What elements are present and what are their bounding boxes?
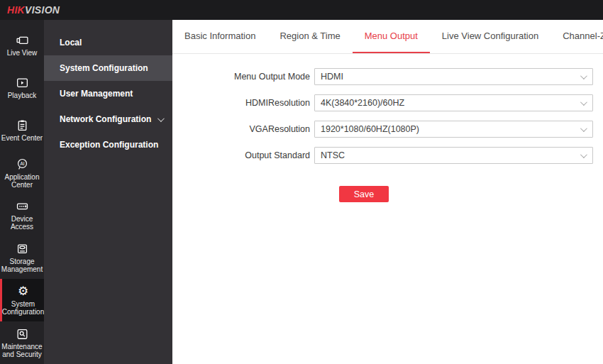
event-center-icon bbox=[16, 118, 29, 132]
vga-resolution-select[interactable]: 1920*1080/60HZ(1080P) bbox=[314, 121, 593, 138]
menu-item-network-configuration[interactable]: Network Configuration bbox=[44, 106, 172, 132]
save-button[interactable]: Save bbox=[339, 186, 389, 202]
main-content: Basic Information Region & Time Menu Out… bbox=[172, 20, 603, 364]
menu-item-label: Network Configuration bbox=[60, 114, 151, 124]
menu-output-mode-select[interactable]: HDMI bbox=[314, 68, 593, 85]
logo-vision-text: VISION bbox=[25, 4, 60, 16]
secondary-sidebar: Local System Configuration User Manageme… bbox=[44, 20, 172, 364]
menu-item-label: Exception Configuration bbox=[60, 140, 158, 150]
logo-hik-text: HIK bbox=[7, 4, 25, 16]
sidebar-item-live-view[interactable]: Live View bbox=[0, 24, 44, 67]
device-access-icon bbox=[16, 199, 29, 213]
hdmi-resolution-select[interactable]: 4K(3840*2160)/60HZ bbox=[314, 94, 593, 111]
sidebar-item-device-access[interactable]: Device Access bbox=[0, 194, 44, 237]
sidebar-item-label: Playback bbox=[1, 92, 43, 99]
sidebar-item-label: Maintenance and Security bbox=[1, 343, 43, 358]
form-row: Output Standard NTSC bbox=[172, 147, 603, 164]
form-row: HDMIResolution 4K(3840*2160)/60HZ bbox=[172, 94, 603, 111]
tab-channel-zero[interactable]: Channel-Zero bbox=[551, 20, 603, 53]
tab-live-view-configuration[interactable]: Live View Configuration bbox=[430, 20, 551, 53]
sidebar-item-label: Device Access bbox=[1, 215, 43, 231]
menu-item-label: Local bbox=[60, 38, 82, 48]
tab-region-time[interactable]: Region & Time bbox=[267, 20, 352, 53]
chevron-down-icon bbox=[157, 115, 165, 122]
playback-icon bbox=[16, 76, 29, 89]
sidebar-item-label: Event Center bbox=[1, 134, 43, 142]
sidebar-item-storage-management[interactable]: Storage Management bbox=[0, 236, 44, 279]
sidebar-item-event-center[interactable]: Event Center bbox=[0, 109, 44, 152]
svg-text:AI: AI bbox=[20, 160, 24, 165]
form-row: Menu Output Mode HDMI bbox=[172, 68, 603, 85]
tab-menu-output[interactable]: Menu Output bbox=[353, 20, 430, 53]
sidebar-item-system-configuration[interactable]: ⚙ System Configuration bbox=[0, 279, 44, 321]
chevron-down-icon bbox=[580, 72, 587, 79]
sidebar-item-application-center[interactable]: AI Application Center bbox=[0, 152, 44, 194]
output-standard-label: Output Standard bbox=[172, 150, 310, 160]
selected-value: 4K(3840*2160)/60HZ bbox=[321, 98, 580, 108]
application-center-icon: AI bbox=[16, 158, 29, 171]
maintenance-security-icon bbox=[16, 327, 29, 341]
selected-value: NTSC bbox=[321, 150, 580, 160]
menu-output-form: Menu Output Mode HDMI HDMIResolution 4K(… bbox=[172, 68, 603, 202]
sidebar-item-playback[interactable]: Playback bbox=[0, 67, 44, 109]
hdmi-resolution-label: HDMIResolution bbox=[172, 98, 310, 108]
menu-item-system-configuration[interactable]: System Configuration bbox=[44, 55, 172, 81]
menu-item-user-management[interactable]: User Management bbox=[44, 81, 172, 106]
menu-output-mode-label: Menu Output Mode bbox=[172, 72, 310, 82]
vga-resolution-label: VGAResolution bbox=[172, 124, 310, 134]
sidebar-item-label: Live View bbox=[1, 49, 43, 57]
chevron-down-icon bbox=[580, 151, 587, 158]
gear-icon: ⚙ bbox=[18, 285, 28, 298]
primary-sidebar: Live View Playback Event Center AI bbox=[0, 20, 44, 364]
hikvision-logo: HIKVISION bbox=[7, 4, 60, 16]
menu-item-local[interactable]: Local bbox=[44, 30, 172, 55]
chevron-down-icon bbox=[580, 125, 587, 132]
top-bar: HIKVISION bbox=[0, 0, 603, 20]
menu-item-exception-configuration[interactable]: Exception Configuration bbox=[44, 132, 172, 158]
live-view-icon bbox=[16, 33, 29, 47]
tab-basic-information[interactable]: Basic Information bbox=[172, 20, 267, 53]
storage-management-icon bbox=[16, 242, 29, 255]
menu-item-label: System Configuration bbox=[60, 63, 148, 73]
form-row: VGAResolution 1920*1080/60HZ(1080P) bbox=[172, 121, 603, 138]
menu-item-label: User Management bbox=[60, 89, 133, 99]
sidebar-item-label: Storage Management bbox=[1, 258, 43, 273]
selected-value: HDMI bbox=[321, 72, 580, 82]
sidebar-item-label: Application Center bbox=[1, 173, 43, 189]
sidebar-item-maintenance-and-security[interactable]: Maintenance and Security bbox=[0, 321, 44, 364]
output-standard-select[interactable]: NTSC bbox=[314, 147, 593, 164]
chevron-down-icon bbox=[580, 99, 587, 106]
selected-value: 1920*1080/60HZ(1080P) bbox=[321, 124, 580, 134]
sidebar-item-label: System Configuration bbox=[2, 300, 45, 316]
tab-bar: Basic Information Region & Time Menu Out… bbox=[172, 20, 603, 54]
